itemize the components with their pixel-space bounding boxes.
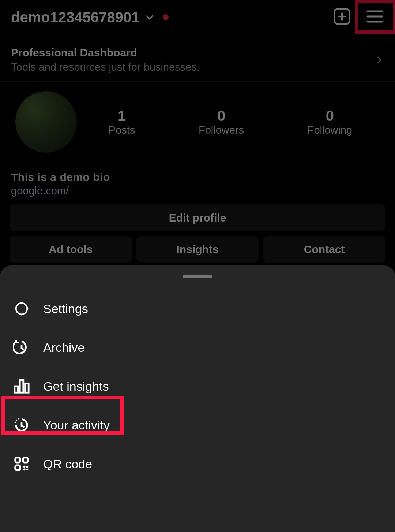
followers-count: 0 (199, 108, 244, 124)
svg-point-19 (23, 468, 26, 470)
svg-rect-8 (15, 386, 18, 393)
chevron-down-icon (145, 12, 154, 22)
menu-button[interactable] (366, 10, 384, 25)
plus-square-icon (333, 7, 351, 26)
dashboard-subtitle: Tools and resources just for businesses. (11, 61, 200, 73)
bar-chart-icon (13, 378, 30, 395)
svg-point-7 (19, 306, 24, 311)
contact-button[interactable]: Contact (263, 236, 385, 263)
posts-count: 1 (109, 108, 135, 124)
edit-profile-button[interactable]: Edit profile (10, 204, 385, 231)
following-count: 0 (308, 108, 353, 124)
chevron-right-icon (375, 55, 384, 65)
menu-item-settings[interactable]: Settings (0, 289, 395, 328)
followers-label: Followers (199, 124, 244, 136)
svg-rect-16 (15, 465, 20, 470)
menu-item-archive[interactable]: Archive (0, 328, 395, 367)
username-switcher[interactable]: demo12345678901 (11, 9, 169, 26)
avatar[interactable] (15, 91, 77, 153)
bio-section: This is a demo bio google.com/ (0, 153, 395, 197)
menu-label-qrcode: QR code (43, 457, 92, 471)
bio-text: This is a demo bio (11, 171, 384, 183)
action-buttons: Edit profile Ad tools Insights Contact (0, 197, 395, 263)
create-button[interactable] (333, 7, 351, 27)
archive-icon (13, 339, 30, 356)
svg-rect-15 (23, 458, 28, 462)
svg-rect-14 (15, 458, 20, 462)
svg-point-18 (26, 466, 28, 468)
highlight-your-activity (1, 396, 124, 435)
dashboard-title: Professional Dashboard (11, 46, 200, 59)
profile-header: demo12345678901 (0, 0, 395, 38)
menu-label-archive: Archive (43, 341, 84, 355)
notification-dot-icon (163, 14, 169, 20)
sheet-drag-handle[interactable] (183, 275, 212, 278)
following-label: Following (308, 124, 353, 136)
stat-posts[interactable]: 1 Posts (109, 108, 135, 136)
username-label: demo12345678901 (11, 9, 139, 26)
posts-label: Posts (109, 124, 135, 136)
profile-stats-row: 1 Posts 0 Followers 0 Following (0, 82, 395, 153)
bio-link[interactable]: google.com/ (11, 185, 384, 197)
svg-point-17 (23, 466, 26, 468)
settings-icon (13, 300, 30, 317)
professional-dashboard-banner[interactable]: Professional Dashboard Tools and resourc… (0, 38, 395, 82)
svg-rect-9 (20, 380, 23, 393)
insights-button[interactable]: Insights (136, 236, 259, 263)
svg-rect-10 (25, 383, 29, 393)
menu-label-insights: Get insights (43, 379, 109, 394)
menu-label-settings: Settings (43, 302, 88, 316)
highlight-hamburger (355, 0, 395, 34)
ad-tools-button[interactable]: Ad tools (10, 236, 132, 263)
qr-code-icon (13, 455, 30, 472)
svg-point-20 (26, 468, 28, 470)
stat-following[interactable]: 0 Following (308, 108, 353, 136)
menu-item-qr-code[interactable]: QR code (0, 444, 395, 483)
stat-followers[interactable]: 0 Followers (199, 108, 244, 136)
